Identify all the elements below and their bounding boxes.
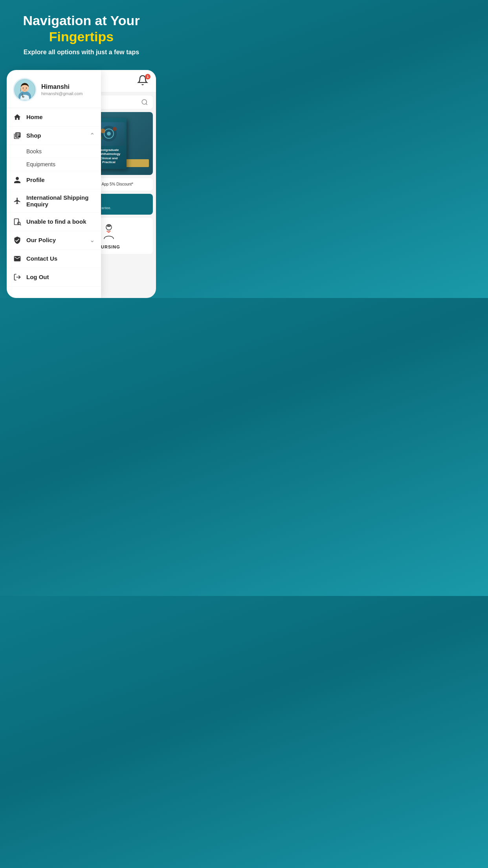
nav-item-profile[interactable]: Profile xyxy=(7,171,101,189)
nav-books-label: Books xyxy=(26,148,42,154)
svg-line-1 xyxy=(146,103,147,105)
svg-point-17 xyxy=(23,87,24,88)
drawer-profile[interactable]: Himanshi himanshi@gmail.com xyxy=(7,70,101,108)
profile-info: Himanshi himanshi@gmail.com xyxy=(41,83,95,96)
nav-item-find-book[interactable]: Unable to find a book xyxy=(7,213,101,231)
plane-icon xyxy=(13,197,22,205)
nav-item-contact[interactable]: Contact Us xyxy=(7,250,101,268)
nav-find-book-label: Unable to find a book xyxy=(26,218,95,225)
svg-point-4 xyxy=(107,132,111,136)
nav-contact-label: Contact Us xyxy=(26,255,95,262)
nav-item-shop[interactable]: Shop ⌃ xyxy=(7,127,101,145)
book-icon xyxy=(13,131,22,140)
chevron-up-icon: ⌃ xyxy=(90,132,95,139)
logout-icon xyxy=(13,273,22,281)
header-title-line1: Navigation at Your xyxy=(9,13,153,29)
nav-home-label: Home xyxy=(26,114,95,120)
chevron-down-icon: ⌄ xyxy=(90,236,95,244)
home-icon xyxy=(13,113,22,121)
profile-email: himanshi@gmail.com xyxy=(41,91,95,96)
nav-equipments-label: Equipments xyxy=(26,161,55,167)
svg-line-21 xyxy=(20,224,21,225)
nav-item-shipping[interactable]: International Shipping Enquiry xyxy=(7,189,101,213)
profile-name: Himanshi xyxy=(41,83,95,90)
user-icon xyxy=(13,176,22,184)
nav-policy-label: Our Policy xyxy=(26,237,85,243)
nav-item-policy[interactable]: Our Policy ⌄ xyxy=(7,231,101,250)
avatar xyxy=(13,78,37,101)
drawer-menu: Himanshi himanshi@gmail.com Home Shop ⌃ xyxy=(7,70,101,298)
phone-mockup: KS Store 1 xyxy=(7,70,156,298)
search-book-icon xyxy=(13,217,22,226)
nav-sub-equipments[interactable]: Equipments xyxy=(7,158,101,171)
search-icon xyxy=(141,99,148,106)
nav-profile-label: Profile xyxy=(26,177,95,183)
policy-icon xyxy=(13,236,22,245)
contact-icon xyxy=(13,254,22,263)
nav-shipping-label: International Shipping Enquiry xyxy=(26,194,95,208)
svg-point-18 xyxy=(26,87,27,88)
header-title-line2: Fingertips xyxy=(9,29,153,45)
nav-item-logout[interactable]: Log Out xyxy=(7,268,101,287)
svg-point-0 xyxy=(142,99,147,104)
nav-logout-label: Log Out xyxy=(26,274,95,280)
nursing-icon xyxy=(99,223,118,241)
notification-icon[interactable]: 1 xyxy=(137,75,150,87)
svg-point-5 xyxy=(101,129,105,133)
nav-shop-label: Shop xyxy=(26,132,85,139)
header-section: Navigation at Your Fingertips Explore al… xyxy=(0,0,163,64)
svg-point-6 xyxy=(113,127,117,131)
notification-badge: 1 xyxy=(145,74,150,79)
header-subtitle: Explore all options with just a few taps xyxy=(9,49,153,56)
nav-item-home[interactable]: Home xyxy=(7,108,101,127)
nav-sub-books[interactable]: Books xyxy=(7,145,101,158)
